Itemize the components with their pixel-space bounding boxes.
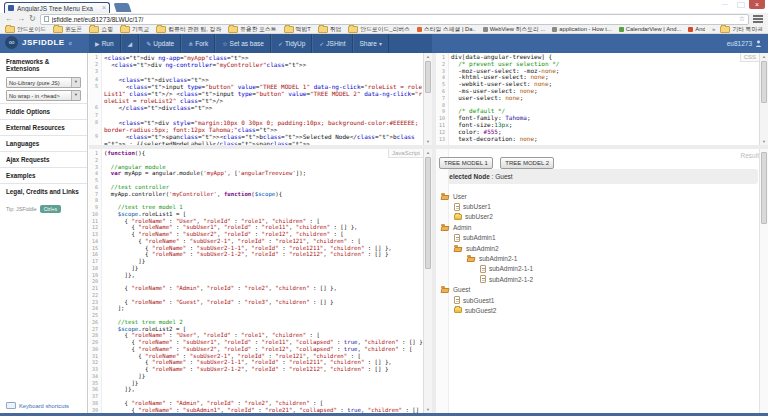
tree-node[interactable]: subAdmin2-1-2 [441, 274, 768, 284]
code-line: 28 { "roleName" : "User", "roleId" : "ro… [89, 332, 424, 339]
bookmark-item[interactable]: 기독교 [120, 25, 149, 34]
scroll-down-icon[interactable]: ▼ [760, 138, 768, 145]
css-panel-label: CSS [740, 53, 760, 62]
toolbar-button-update[interactable]: ✎Update [139, 34, 181, 53]
bookmark-item[interactable]: 윈도폰 [53, 25, 82, 34]
scroll-thumb[interactable] [425, 61, 431, 93]
jsfiddle-logo[interactable]: ∞ JSFIDDLE α [5, 36, 72, 49]
scroll-up-icon[interactable]: ▲ [760, 53, 768, 60]
bookmarks-overflow-chevron[interactable]: » [712, 26, 715, 32]
line-number: 20 [89, 278, 101, 285]
bookmark-item[interactable]: 안드로이드_리버스 [348, 25, 410, 34]
url-text[interactable]: jsfiddle.net/eu81273/8LWUc/17/ [52, 16, 736, 23]
back-icon[interactable]: ← [5, 14, 13, 24]
tree-node[interactable]: subUser2 [441, 212, 768, 222]
bookmark-star-icon[interactable]: ☆ [739, 15, 745, 23]
line-number: 38 [89, 400, 101, 407]
tree-model-2-button[interactable]: TREE MODEL 2 [500, 157, 554, 169]
tree-node[interactable]: subUser1 [441, 201, 768, 211]
forward-icon[interactable]: → [17, 14, 25, 24]
sidebar-section-ajax-requests[interactable]: Ajax Requests [0, 151, 87, 167]
scroll-down-icon[interactable]: ▼ [424, 138, 432, 145]
bookmark-item[interactable]: 유용한 포스트 [228, 25, 276, 34]
sidebar-section-frameworks[interactable]: Frameworks & Extensions [0, 53, 87, 75]
tree-node[interactable]: subGuest2 [441, 305, 768, 315]
tab-close-icon[interactable]: × [102, 5, 106, 11]
url-bar[interactable]: jsfiddle.net/eu81273/8LWUc/17/ ☆ [40, 14, 749, 25]
scroll-down-icon[interactable]: ▼ [424, 406, 432, 413]
refresh-icon[interactable]: ↻ [29, 14, 36, 24]
code-line: 26 //test tree model 2 [89, 319, 424, 326]
line-number: 1 [89, 54, 101, 61]
browser-tab[interactable]: AngularJS Tree Menu Exa × [4, 2, 110, 13]
user-icon [755, 40, 762, 47]
js-scrollbar[interactable]: ▲ ▼ [423, 149, 432, 413]
sidebar-section-external-resources[interactable]: External Resources [0, 119, 87, 135]
line-number: 39 [89, 407, 101, 414]
scroll-up-icon[interactable]: ▲ [424, 149, 432, 156]
bookmark-item[interactable]: application - How t... [552, 26, 612, 32]
site-favicon-icon [619, 27, 624, 32]
tree-model-1-button[interactable]: TREE MODEL 1 [439, 157, 493, 169]
bookmark-item[interactable]: 떡밥T [284, 25, 311, 34]
maximize-button[interactable] [733, 0, 749, 9]
user-menu[interactable]: eu81273 [727, 34, 762, 53]
tree-node[interactable]: subAdmin2-1-1 [441, 264, 768, 274]
sidebar-section-legal-credits-and-links[interactable]: Legal, Credits and Links [0, 183, 87, 199]
sidebar-section-languages[interactable]: Languages [0, 135, 87, 151]
bookmark-item[interactable]: CalendarView | And... [619, 26, 682, 32]
framework-select[interactable]: No-Library (pure JS) ▾ [6, 77, 81, 88]
toolbar-button-fork[interactable]: ⋔Fork [181, 34, 215, 53]
line-number: 2 [89, 61, 101, 68]
result-panel: TREE MODEL 1 TREE MODEL 2 Result Selecte… [436, 149, 768, 413]
html-scrollbar[interactable]: ▲ ▼ [423, 53, 432, 145]
tree-node[interactable]: Guest [441, 285, 768, 295]
tab-title: AngularJS Tree Menu Exa [17, 5, 99, 12]
sidebar-section-examples[interactable]: Examples [0, 167, 87, 183]
folder-icon [156, 26, 166, 33]
scroll-up-icon[interactable]: ▲ [424, 53, 432, 60]
bookmark-item[interactable]: 컴퓨터 관련 팁, 강좌 [156, 25, 221, 34]
tree-node[interactable]: subAdmin2-1 [441, 253, 768, 263]
check-icon: ✓ [319, 40, 324, 47]
code-line: 5 <class="t">input type="button" value="… [89, 83, 424, 105]
other-bookmarks-folder[interactable]: 기타 북마크 [720, 25, 763, 34]
chrome-menu-icon[interactable] [753, 15, 763, 23]
tree-node[interactable]: Admin [441, 222, 768, 232]
scroll-thumb[interactable] [425, 157, 431, 269]
tree-node[interactable]: subGuest1 [441, 295, 768, 305]
wrap-select[interactable]: No wrap - in <head> ▾ [6, 90, 81, 101]
tree-node[interactable]: User [441, 191, 768, 201]
toolbar-button-bars[interactable]: ◢ [121, 34, 140, 53]
bookmark-item[interactable]: 스타일 스페셜 | Da.. [417, 25, 476, 34]
minimize-button[interactable] [717, 0, 733, 9]
css-editor-panel[interactable]: CSS 1div[data-angular-treeview] {2 /* pr… [436, 53, 768, 145]
line-number: 7 [89, 191, 101, 198]
scroll-thumb[interactable] [761, 152, 767, 224]
toolbar-button-set-as-base[interactable]: ☆Set as base [215, 34, 271, 53]
bookmark-item[interactable]: 취업 [318, 25, 342, 34]
keyboard-shortcuts-link[interactable]: Keyboard shortcuts [6, 402, 69, 409]
toolbar-button-jshint[interactable]: ✓JSHint [312, 34, 352, 53]
code-line: 7 [89, 112, 424, 119]
sidebar-section-fiddle-options[interactable]: Fiddle Options [0, 103, 87, 119]
result-scrollbar[interactable] [759, 149, 768, 413]
scroll-thumb[interactable] [761, 61, 767, 103]
tree-node[interactable]: subAdmin1 [441, 233, 768, 243]
bookmark-item[interactable]: 쇼핑 [89, 25, 113, 34]
bookmark-item[interactable]: WebView 히스토리 ... [483, 25, 546, 34]
html-editor-panel[interactable]: 1<class="t">div ng-app="myApp"class="t">… [89, 53, 432, 145]
css-scrollbar[interactable]: ▲ ▼ [759, 53, 768, 145]
bookmark-item[interactable]: Android activity for ... [688, 26, 705, 32]
toolbar-button-share[interactable]: Share▾ [353, 34, 389, 53]
toolbar-button-tidyup[interactable]: ✓TidyUp [271, 34, 312, 53]
js-editor-panel[interactable]: JavaScript 1(function(){2 3 //angular mo… [89, 149, 432, 413]
line-number: 10 [89, 211, 101, 218]
toolbar-button-run[interactable]: ▶Run [88, 34, 121, 53]
folder-icon [120, 26, 130, 33]
bookmark-item[interactable]: 안드로이드 [5, 25, 46, 34]
line-number: 15 [89, 245, 101, 252]
tree-node[interactable]: subAdmin2 [441, 243, 768, 253]
new-tab-button[interactable] [114, 3, 132, 12]
close-button[interactable]: × [749, 0, 765, 9]
